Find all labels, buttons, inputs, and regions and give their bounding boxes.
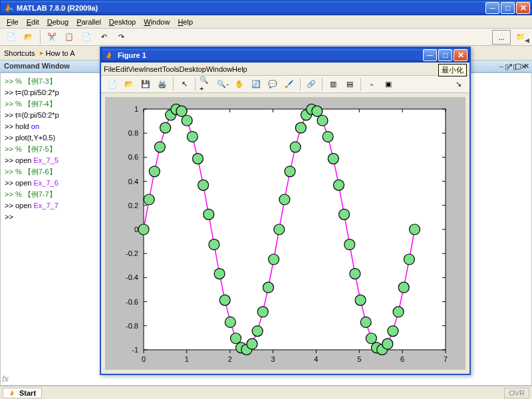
menu-parallel[interactable]: Parallel <box>72 17 105 27</box>
rotate-icon[interactable]: 🔄 <box>249 77 263 92</box>
copy-icon[interactable]: 📋 <box>62 30 76 45</box>
main-toolbar: 📄 📂 ✂️ 📋 📄 ↶ ↷ ... 📁 <box>0 29 532 46</box>
redo-icon[interactable]: ↷ <box>114 30 128 45</box>
svg-point-95 <box>339 209 350 219</box>
svg-point-79 <box>252 326 263 336</box>
zoom-in-icon[interactable]: 🔍+ <box>199 77 213 92</box>
svg-point-70 <box>203 209 214 219</box>
figure-minimize-button[interactable]: ─ <box>423 49 437 61</box>
svg-point-81 <box>263 282 273 293</box>
main-close-button[interactable]: ✕ <box>516 2 530 14</box>
arrow-icon[interactable]: ↖ <box>177 77 192 92</box>
colorbar-icon[interactable]: ▥ <box>326 77 340 92</box>
svg-point-106 <box>398 282 409 293</box>
menu-insert[interactable]: Insert <box>144 65 162 73</box>
svg-text:5: 5 <box>357 355 361 363</box>
menu-help[interactable]: Help <box>174 17 197 27</box>
svg-text:0.4: 0.4 <box>128 178 138 186</box>
figure-titlebar[interactable]: Figure 1 ─ □ ✕ <box>101 48 469 63</box>
svg-point-91 <box>317 115 328 126</box>
dock-close-icon[interactable]: ✕ <box>521 63 527 71</box>
svg-point-86 <box>290 142 301 152</box>
svg-text:-0.2: -0.2 <box>126 249 138 257</box>
menu-edit[interactable]: Edit <box>116 65 128 73</box>
legend-icon[interactable]: ▤ <box>342 77 357 92</box>
menu-window[interactable]: Window <box>206 65 232 73</box>
figure-canvas: 01234567-1-0.8-0.6-0.4-0.200.20.40.60.81 <box>105 97 466 370</box>
figure-close-button[interactable]: ✕ <box>454 49 467 61</box>
menu-help[interactable]: Help <box>232 65 247 73</box>
shortcut-howto[interactable]: ▸How to A <box>40 49 74 57</box>
dock-right-icon[interactable]: ▯ <box>513 63 517 71</box>
figure-title: Figure 1 <box>118 51 423 59</box>
open-fig-icon[interactable]: 📂 <box>122 77 136 92</box>
svg-point-74 <box>225 317 235 327</box>
pan-icon[interactable]: ✋ <box>232 77 247 92</box>
dock-left-icon[interactable]: →▯ <box>497 63 509 71</box>
figure-icon <box>104 50 115 61</box>
menu-file[interactable]: File <box>104 65 116 73</box>
show-tools-icon[interactable]: ▣ <box>381 77 396 92</box>
menu-debug[interactable]: Debug <box>43 17 72 27</box>
axes[interactable]: 01234567-1-0.8-0.6-0.4-0.200.20.40.60.81 <box>105 97 466 370</box>
start-button[interactable]: Start <box>3 388 42 398</box>
statusbar: Start OVR <box>0 386 532 399</box>
svg-point-60 <box>149 166 160 177</box>
brush-icon[interactable]: 🖌️ <box>282 77 297 92</box>
menu-view[interactable]: View <box>128 65 144 73</box>
open-file-icon[interactable]: 📂 <box>21 30 36 45</box>
menu-file[interactable]: File <box>3 17 23 27</box>
zoom-out-icon[interactable]: 🔍- <box>215 77 230 92</box>
undo-icon[interactable]: ↶ <box>96 30 111 45</box>
main-titlebar: MATLAB 7.8.0 (R2009a) ─ □ ✕ <box>0 0 532 15</box>
browse-button[interactable]: ... <box>492 30 511 45</box>
main-maximize-button[interactable]: □ <box>501 2 515 14</box>
svg-point-96 <box>344 239 355 250</box>
svg-text:-0.6: -0.6 <box>126 298 138 306</box>
svg-point-73 <box>219 295 230 305</box>
shortcuts-label: Shortcuts <box>4 49 35 57</box>
main-minimize-button[interactable]: ─ <box>485 2 499 14</box>
dock-figure-icon[interactable]: ↘ <box>451 77 466 92</box>
svg-point-100 <box>366 333 376 344</box>
menu-tools[interactable]: Tools <box>162 65 180 73</box>
svg-point-87 <box>295 122 306 133</box>
svg-point-83 <box>274 224 285 235</box>
fx-icon[interactable]: fx <box>2 374 9 384</box>
svg-point-71 <box>209 239 219 250</box>
dock-toggles: →▯ ▯ ✕ <box>497 63 527 71</box>
link-icon[interactable]: 🔗 <box>304 77 319 92</box>
svg-point-80 <box>257 307 268 317</box>
svg-point-75 <box>231 333 241 344</box>
svg-point-78 <box>247 338 257 349</box>
svg-text:3: 3 <box>271 355 275 363</box>
cut-icon[interactable]: ✂️ <box>45 30 59 45</box>
hide-tools-icon[interactable]: ▫ <box>364 77 379 92</box>
svg-point-99 <box>360 317 371 327</box>
menu-window[interactable]: Window <box>140 17 174 27</box>
svg-point-98 <box>355 295 366 305</box>
separator <box>40 31 41 44</box>
figure-menubar: FileEditViewInsertToolsDesktopWindowHelp <box>101 63 469 76</box>
svg-point-105 <box>393 307 404 317</box>
figure-maximize-button[interactable]: □ <box>438 49 452 61</box>
datatip-icon[interactable]: 💬 <box>265 77 280 92</box>
svg-point-90 <box>312 106 323 116</box>
new-fig-icon[interactable]: 📄 <box>105 77 120 92</box>
svg-text:0.8: 0.8 <box>128 129 138 137</box>
svg-point-62 <box>160 122 171 133</box>
save-fig-icon[interactable]: 💾 <box>138 77 153 92</box>
paste-icon[interactable]: 📄 <box>79 30 94 45</box>
figure-toolbar: 📄 📂 💾 🖨️ ↖ 🔍+ 🔍- ✋ 🔄 💬 🖌️ 🔗 ▥ ▤ ▫ ▣ ↘ <box>101 76 469 93</box>
menu-desktop[interactable]: Desktop <box>105 17 140 27</box>
svg-text:-0.8: -0.8 <box>126 322 138 330</box>
svg-point-67 <box>187 132 198 142</box>
svg-text:0: 0 <box>134 225 138 233</box>
print-icon[interactable]: 🖨️ <box>155 77 170 92</box>
svg-point-61 <box>154 142 165 152</box>
new-file-icon[interactable]: 📄 <box>4 30 19 45</box>
menu-edit[interactable]: Edit <box>23 17 43 27</box>
menu-desktop[interactable]: Desktop <box>180 65 206 73</box>
svg-text:0.2: 0.2 <box>128 201 138 209</box>
toolbar-right-handle: ◂ <box>525 35 529 45</box>
